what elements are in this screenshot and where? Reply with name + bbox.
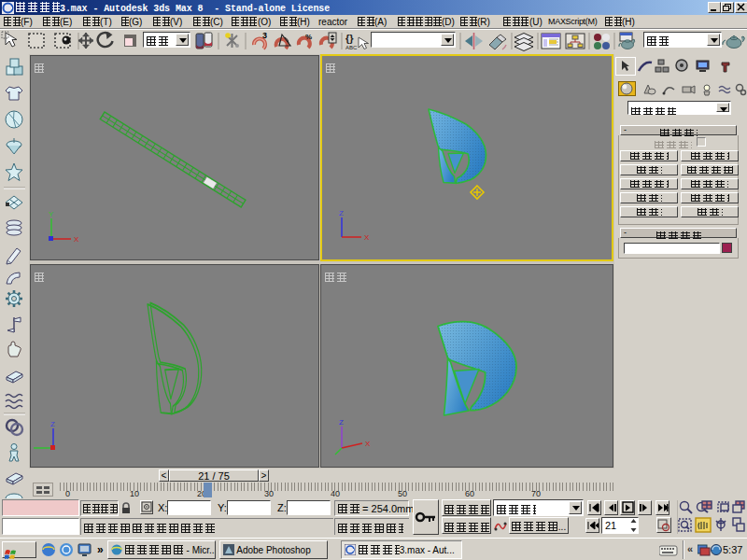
- svg-text:3: 3: [262, 31, 267, 40]
- svg-text:X: X: [365, 440, 371, 448]
- svg-text:Z: Z: [50, 420, 55, 428]
- svg-text:ABC: ABC: [345, 45, 358, 50]
- svg-text:Y: Y: [49, 210, 54, 218]
- svg-text:Z: Z: [339, 418, 344, 427]
- svg-text:%: %: [305, 33, 312, 41]
- svg-text:Z: Z: [339, 209, 344, 217]
- svg-text:X: X: [74, 235, 79, 244]
- svg-text:X: X: [364, 233, 370, 242]
- svg-text:{}: {}: [345, 33, 354, 44]
